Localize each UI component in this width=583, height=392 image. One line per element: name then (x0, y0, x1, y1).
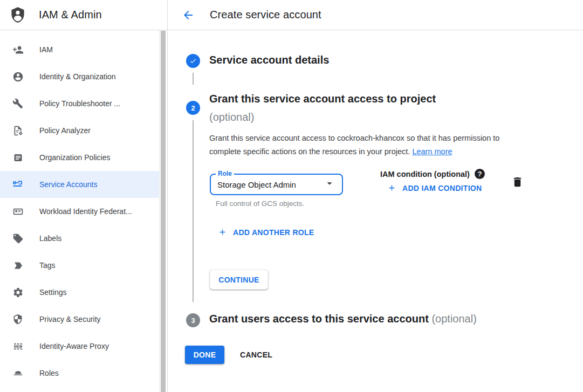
add-iam-condition-button[interactable]: ADD IAM CONDITION (387, 183, 482, 192)
back-arrow-icon[interactable] (182, 9, 195, 22)
cancel-button[interactable]: CANCEL (236, 346, 277, 364)
add-iam-condition-label: ADD IAM CONDITION (402, 184, 482, 192)
sidebar: IAM & Admin IAM Identity & Organization … (0, 0, 168, 392)
add-another-role-label: ADD ANOTHER ROLE (233, 228, 314, 237)
sidebar-item-iam[interactable]: IAM (0, 36, 160, 63)
step2-number-badge: 2 (186, 101, 200, 115)
delete-role-trash-icon[interactable] (511, 176, 524, 189)
step2-number: 2 (191, 104, 195, 112)
help-icon[interactable]: ? (475, 169, 485, 179)
gear-icon (11, 286, 24, 299)
sidebar-nav: IAM Identity & Organization Policy Troub… (0, 30, 167, 387)
sidebar-item-label: Roles (39, 369, 59, 377)
iam-condition-row: IAM condition (optional) ? (380, 169, 485, 179)
create-service-account-form: Service account details 2 Grant this ser… (168, 30, 583, 392)
proxy-grid-icon (11, 340, 24, 353)
sidebar-item-label: Tags (39, 261, 56, 270)
sidebar-item-label: Service Accounts (39, 180, 97, 189)
id-card-icon (11, 205, 24, 218)
app-window: IAM & Admin IAM Identity & Organization … (0, 0, 583, 392)
role-selected-value: Storage Object Admin (217, 180, 324, 189)
step2-description: Grant this service account access to coc… (209, 132, 531, 159)
policy-analyzer-icon (11, 124, 24, 137)
role-field-label: Role (216, 170, 234, 177)
step3-number: 3 (191, 317, 195, 325)
sidebar-item-tags[interactable]: Tags (0, 252, 160, 279)
continue-button[interactable]: CONTINUE (210, 270, 268, 290)
step1-complete-check-icon (186, 54, 200, 68)
sidebar-item-label: Policy Analyzer (39, 126, 91, 135)
service-account-key-icon (11, 178, 24, 191)
tag-arrow-icon (11, 259, 24, 272)
sidebar-item-label: Settings (39, 288, 67, 297)
step3-title-text: Grant users access to this service accou… (209, 313, 429, 325)
sidebar-scrollbar-thumb[interactable] (161, 31, 166, 392)
step2-title-text: Grant this service account access to pro… (209, 93, 436, 105)
sidebar-item-identity-organization[interactable]: Identity & Organization (0, 63, 160, 90)
sidebar-item-policy-troubleshooter[interactable]: Policy Troubleshooter ... (0, 90, 160, 117)
page-title: Create service account (210, 9, 321, 21)
stepper-connector (193, 73, 194, 85)
sidebar-header: IAM & Admin (0, 0, 167, 30)
sidebar-item-label: Privacy & Security (39, 315, 101, 324)
chevron-down-icon (324, 177, 335, 191)
sidebar-item-labels[interactable]: Labels (0, 225, 160, 252)
sidebar-scrollbar-track[interactable] (159, 30, 167, 392)
add-another-role-button[interactable]: ADD ANOTHER ROLE (218, 228, 314, 237)
step3-number-badge: 3 (186, 313, 200, 327)
label-tag-icon (11, 232, 24, 245)
sidebar-item-workload-identity-federation[interactable]: Workload Identity Federat... (0, 198, 160, 225)
role-helper-text: Full control of GCS objects. (216, 200, 304, 208)
step2-description-text: Grant this service account access to coc… (209, 134, 499, 156)
step3-optional-label: (optional) (431, 313, 476, 325)
sidebar-item-label: Labels (39, 234, 61, 243)
sidebar-item-service-accounts[interactable]: Service Accounts (0, 171, 160, 198)
step2-optional-label: (optional) (209, 111, 254, 123)
sidebar-item-label: Organization Policies (39, 153, 111, 162)
main-panel: Create service account Service account d… (168, 0, 583, 392)
sidebar-item-identity-aware-proxy[interactable]: Identity-Aware Proxy (0, 333, 160, 360)
learn-more-link[interactable]: Learn more (412, 147, 452, 156)
person-add-icon (11, 43, 24, 56)
sidebar-item-roles[interactable]: Roles (0, 360, 160, 387)
wrench-icon (11, 97, 24, 110)
sidebar-item-policy-analyzer[interactable]: Policy Analyzer (0, 117, 160, 144)
stepper-connector (193, 120, 194, 302)
sidebar-title: IAM & Admin (39, 9, 102, 21)
step1-title: Service account details (209, 54, 329, 66)
sidebar-item-privacy-security[interactable]: Privacy & Security (0, 306, 160, 333)
step2-title: Grant this service account access to pro… (209, 90, 436, 126)
sidebar-item-label: Identity & Organization (39, 72, 116, 81)
plus-icon (387, 183, 396, 192)
plus-icon (218, 228, 227, 237)
document-lines-icon (11, 151, 24, 164)
iam-shield-logo-icon (9, 6, 26, 24)
page-header: Create service account (168, 0, 583, 30)
hat-icon (11, 367, 24, 380)
step3-title: Grant users access to this service accou… (209, 313, 477, 325)
iam-condition-label: IAM condition (optional) (380, 170, 470, 178)
sidebar-item-label: Workload Identity Federat... (39, 207, 132, 216)
sidebar-item-label: IAM (39, 45, 53, 54)
sidebar-item-label: Policy Troubleshooter ... (39, 99, 120, 108)
sidebar-item-settings[interactable]: Settings (0, 279, 160, 306)
sidebar-item-label: Identity-Aware Proxy (39, 342, 109, 350)
shield-half-icon (11, 313, 24, 326)
account-circle-icon (11, 70, 24, 83)
done-button[interactable]: DONE (185, 346, 224, 364)
sidebar-item-organization-policies[interactable]: Organization Policies (0, 144, 160, 171)
role-select[interactable]: Role Storage Object Admin (210, 174, 343, 195)
